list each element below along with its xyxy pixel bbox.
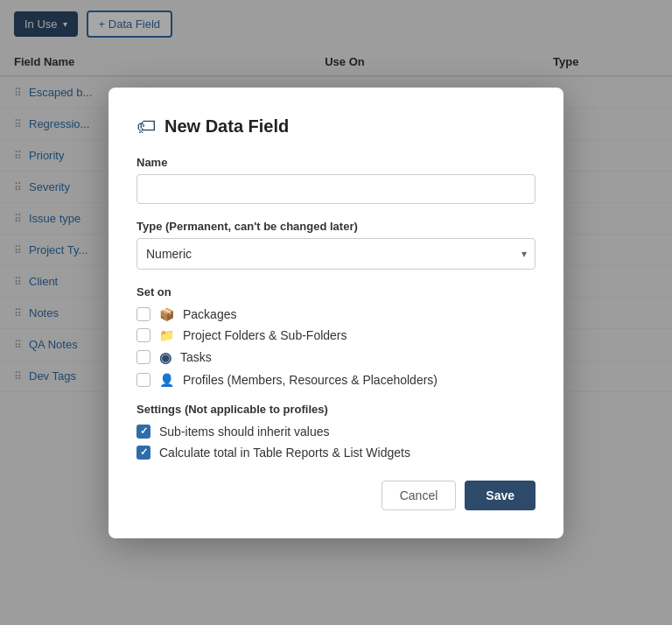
folder-icon: 📁 — [159, 328, 174, 342]
packages-icon: 📦 — [159, 307, 174, 321]
type-field-group: Type (Permanent, can't be changed later)… — [136, 220, 536, 270]
set-on-item-packages: 📦 Packages — [136, 307, 536, 321]
sub-items-label: Sub-items should inherit values — [159, 425, 330, 439]
tag-icon: 🏷 — [136, 116, 156, 138]
type-label: Type (Permanent, can't be changed later) — [136, 220, 536, 233]
name-input[interactable] — [136, 174, 536, 204]
type-select[interactable]: Numeric Text Date Picklist Checkbox — [136, 238, 536, 270]
set-on-items: 📦 Packages 📁 Project Folders & Sub-Folde… — [136, 307, 536, 387]
modal-footer: Cancel Save — [136, 481, 536, 510]
save-button[interactable]: Save — [465, 481, 536, 510]
name-field-group: Name — [136, 156, 536, 204]
type-select-wrap: Numeric Text Date Picklist Checkbox ▾ — [136, 238, 536, 270]
cancel-button[interactable]: Cancel — [382, 481, 457, 510]
settings-label: Settings (Not applicable to profiles) — [136, 403, 536, 416]
settings-item-sub-items: Sub-items should inherit values — [136, 425, 536, 439]
checkbox-packages[interactable] — [136, 307, 150, 321]
checkbox-project-folders[interactable] — [136, 328, 150, 342]
settings-item-calculate-total: Calculate total in Table Reports & List … — [136, 446, 536, 460]
checkbox-calculate-total[interactable] — [136, 446, 150, 460]
set-on-group: Set on 📦 Packages 📁 Project Folders & Su… — [136, 285, 536, 387]
set-on-item-profiles: 👤 Profiles (Members, Resources & Placeho… — [136, 373, 536, 387]
set-on-item-project-folders: 📁 Project Folders & Sub-Folders — [136, 328, 536, 342]
checkbox-tasks[interactable] — [136, 350, 150, 364]
profiles-label: Profiles (Members, Resources & Placehold… — [183, 373, 438, 387]
new-data-field-modal: 🏷 New Data Field Name Type (Permanent, c… — [108, 88, 564, 538]
checkbox-profiles[interactable] — [136, 373, 150, 387]
packages-label: Packages — [183, 307, 236, 321]
modal-title: New Data Field — [164, 116, 289, 137]
checkbox-sub-items-inherit[interactable] — [136, 425, 150, 439]
set-on-item-tasks: ◉ Tasks — [136, 349, 536, 366]
set-on-label: Set on — [136, 285, 536, 298]
project-folders-label: Project Folders & Sub-Folders — [183, 328, 347, 342]
settings-group: Settings (Not applicable to profiles) Su… — [136, 403, 536, 460]
profile-icon: 👤 — [159, 373, 174, 387]
calculate-total-label: Calculate total in Table Reports & List … — [159, 446, 410, 460]
tasks-label: Tasks — [180, 350, 212, 364]
modal-title-row: 🏷 New Data Field — [136, 116, 536, 138]
name-label: Name — [136, 156, 536, 169]
modal-overlay: 🏷 New Data Field Name Type (Permanent, c… — [0, 0, 672, 625]
settings-items: Sub-items should inherit values Calculat… — [136, 425, 536, 460]
tasks-icon: ◉ — [159, 349, 172, 366]
